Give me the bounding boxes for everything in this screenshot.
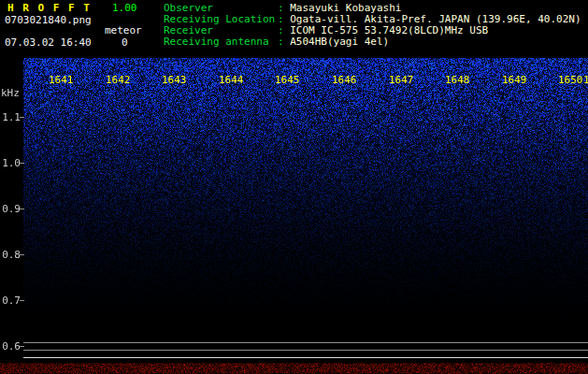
spectrogram-noise-plot [23, 58, 588, 338]
time-tick-label: 1642 [106, 75, 131, 86]
info-label: Receiving antenna [164, 36, 278, 48]
freq-tick-label: 0.6 [0, 341, 21, 352]
level-grid-line [23, 350, 588, 351]
freq-tick-mark [20, 163, 24, 164]
freq-tick-label: 0.8 [0, 250, 21, 261]
time-tick-label: 1644 [219, 75, 244, 86]
time-tick-label: 1649 [502, 75, 527, 86]
time-tick-label: 1645 [275, 75, 300, 86]
time-tick-label: 1 [583, 75, 588, 86]
frequency-unit-label: kHz [1, 88, 20, 99]
level-grid-line [23, 342, 588, 343]
station-info: Observer: Masayuki KobayashiReceiving Lo… [164, 3, 581, 48]
freq-tick-mark [20, 117, 24, 118]
freq-tick-label: 0.7 [0, 295, 21, 307]
time-tick-label: 1647 [389, 75, 414, 86]
freq-tick-label: 0.9 [0, 204, 21, 215]
time-tick-label: 1641 [49, 75, 74, 86]
meteor-count: 0 [122, 37, 128, 49]
freq-tick-mark [20, 209, 24, 209]
timestamp: 07.03.02 16:40 [5, 37, 92, 49]
freq-tick-label: 1.1 [0, 112, 21, 123]
freq-tick-mark [20, 346, 24, 347]
info-colon: : [278, 36, 290, 48]
output-filename: 0703021840.png [5, 15, 92, 26]
freq-tick-label: 1.0 [0, 158, 21, 169]
time-tick-label: 1646 [332, 75, 357, 86]
mode-label: meteor [105, 25, 142, 36]
time-tick-label: 1643 [162, 75, 187, 86]
level-grid-line [23, 357, 588, 358]
app-title: H R O F F T [7, 3, 91, 14]
hrofft-window: H R O F F T 1.00 0703021840.png meteor 0… [0, 0, 588, 374]
signal-level-trace [0, 363, 588, 374]
station-info-row: Receiving antenna: A504HB(yagi 4el) [164, 36, 581, 48]
time-tick-label: 1650 [558, 75, 583, 86]
time-tick-label: 1648 [445, 75, 470, 86]
freq-tick-mark [20, 300, 24, 301]
app-version: 1.00 [112, 3, 137, 14]
freq-tick-mark [20, 254, 24, 255]
info-value: A504HB(yagi 4el) [290, 36, 389, 48]
